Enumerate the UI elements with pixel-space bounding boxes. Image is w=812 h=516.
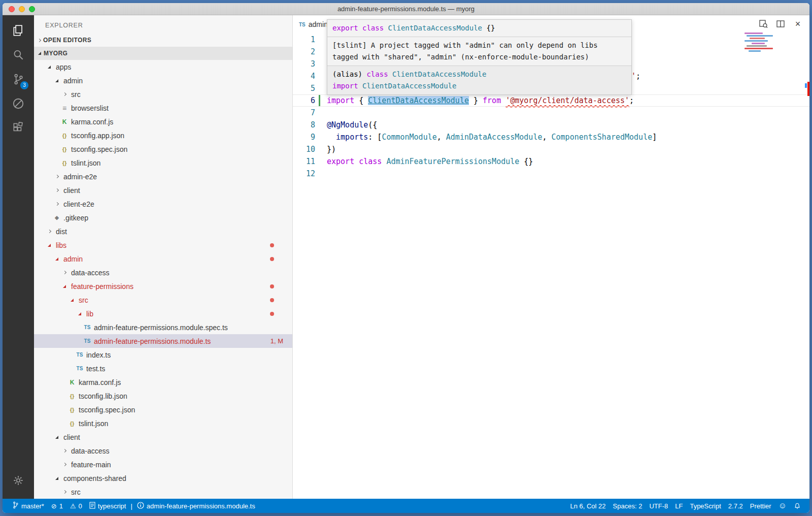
split-editor-icon[interactable] — [776, 19, 785, 28]
debug-icon[interactable] — [6, 92, 30, 115]
code-token: import — [332, 82, 362, 90]
tree-item-src[interactable]: src — [34, 485, 292, 499]
eol[interactable]: LF — [671, 499, 686, 513]
close-window-button[interactable] — [9, 6, 15, 12]
minimize-window-button[interactable] — [19, 6, 25, 12]
modified-dot — [270, 312, 274, 316]
ts-glyph: TS — [77, 366, 83, 371]
tree-item-client[interactable]: client — [34, 430, 292, 444]
code-token: , — [542, 133, 551, 142]
typescript-status[interactable]: typescript — [86, 499, 130, 513]
tree-item-apps[interactable]: apps — [34, 60, 292, 74]
close-editor-icon[interactable]: × — [793, 19, 802, 28]
tree-item-tsconfig-spec-json[interactable]: {}tsconfig.spec.json — [34, 142, 292, 156]
minimap-mark — [747, 45, 767, 47]
tree-item-browserslist[interactable]: ≡browserslist — [34, 101, 292, 115]
tree-item-feature-permissions[interactable]: feature-permissions — [34, 279, 292, 293]
tree-item-label: tsconfig.spec.json — [71, 145, 127, 153]
tree-item-karma-conf-js[interactable]: Kkarma.conf.js — [34, 375, 292, 389]
tree-item-admin[interactable]: admin — [34, 252, 292, 266]
active-file-status-label: admin-feature-permissions.module.ts — [147, 502, 255, 510]
twisty-icon — [55, 188, 58, 192]
workspace-root-label: MYORG — [44, 50, 67, 57]
minimap-mark — [745, 48, 773, 49]
json-file-icon: {} — [69, 407, 76, 413]
tree-item-client-e2e[interactable]: client-e2e — [34, 197, 292, 211]
tree-item-label: tsconfig.app.json — [71, 132, 124, 140]
tree-item-admin-e2e[interactable]: admin-e2e — [34, 170, 292, 183]
code-line[interactable]: 11export class AdminFeaturePermissionsMo… — [293, 155, 809, 168]
tree-item-lib[interactable]: lib — [34, 307, 292, 320]
tree-item-label: index.ts — [86, 351, 111, 359]
tree-item-client[interactable]: client — [34, 183, 292, 197]
tree-item-test-ts[interactable]: TStest.ts — [34, 362, 292, 375]
tree-item-karma-conf-js[interactable]: Kkarma.conf.js — [34, 115, 292, 128]
encoding-label: UTF-8 — [649, 502, 668, 510]
indentation[interactable]: Spaces: 2 — [610, 499, 646, 513]
error-count-label: 1 — [59, 502, 63, 510]
code-line[interactable]: 6import { ClientDataAccessModule } from … — [293, 94, 809, 107]
tree-item--gitkeep[interactable]: ◆.gitkeep — [34, 211, 292, 224]
tree-item-index-ts[interactable]: TSindex.ts — [34, 348, 292, 362]
language-mode[interactable]: TypeScript — [686, 499, 724, 513]
tree-item-libs[interactable]: libs — [34, 238, 292, 252]
tree-item-admin[interactable]: admin — [34, 74, 292, 87]
tree-item-src[interactable]: src — [34, 293, 292, 307]
tree-item-label: tsconfig.lib.json — [79, 392, 127, 400]
ts-version[interactable]: 2.7.2 — [725, 499, 747, 513]
separator: | — [129, 499, 133, 513]
tree-item-admin-feature-permissions-module-ts[interactable]: TSadmin-feature-permissions.module.ts1, … — [34, 334, 292, 348]
tree-item-tslint-json[interactable]: {}tslint.json — [34, 156, 292, 170]
code-line[interactable]: 7 — [293, 107, 809, 119]
search-icon[interactable] — [6, 44, 30, 66]
twisty-icon — [55, 477, 58, 480]
typescript-status-label: typescript — [98, 502, 126, 510]
tree-item-components-shared[interactable]: components-shared — [34, 471, 292, 485]
ts-file-icon: TS — [76, 352, 83, 358]
code-line[interactable]: 10}) — [293, 143, 809, 155]
code-token: ; — [636, 72, 640, 81]
code-line[interactable]: 9 imports: [CommonModule, AdminDataAcces… — [293, 131, 809, 143]
tree-item-src[interactable]: src — [34, 87, 292, 101]
hover-alias-line: import ClientDataAccessModule — [332, 80, 626, 92]
settings-gear-icon[interactable] — [6, 469, 30, 492]
code-token: ClientDataAccessModule — [392, 70, 486, 78]
tree-item-tsconfig-app-json[interactable]: {}tsconfig.app.json — [34, 128, 292, 142]
source-control-icon[interactable]: 3 — [6, 68, 30, 90]
code-token: (alias) — [332, 70, 366, 78]
encoding[interactable]: UTF-8 — [646, 499, 671, 513]
twisty-icon — [55, 79, 58, 82]
tree-item-tsconfig-lib-json[interactable]: {}tsconfig.lib.json — [34, 389, 292, 403]
twisty-icon — [55, 436, 58, 439]
cursor-position-label: Ln 6, Col 22 — [570, 502, 605, 510]
code-line[interactable]: 12 — [293, 168, 809, 180]
tree-item-data-access[interactable]: data-access — [34, 444, 292, 458]
workspace-root-section[interactable]: MYORG — [34, 47, 292, 60]
zoom-window-button[interactable] — [29, 6, 35, 12]
tree-item-feature-main[interactable]: feature-main — [34, 458, 292, 471]
active-file-status[interactable]: admin-feature-permissions.module.ts — [133, 499, 259, 513]
tree-item-tsconfig-spec-json[interactable]: {}tsconfig.spec.json — [34, 403, 292, 416]
modified-dot — [270, 257, 274, 261]
tree-item-tslint-json[interactable]: {}tslint.json — [34, 416, 292, 430]
problems-badge: 1, M — [270, 337, 283, 345]
tree-item-data-access[interactable]: data-access — [34, 266, 292, 279]
code-line[interactable]: 8@NgModule({ — [293, 119, 809, 131]
formatter[interactable]: Prettier — [747, 499, 775, 513]
warning-count[interactable]: ⚠0 — [66, 499, 86, 513]
minimap[interactable] — [745, 33, 778, 53]
explorer-icon[interactable] — [6, 19, 30, 42]
error-count[interactable]: ⊘1 — [48, 499, 66, 513]
notifications-bell-icon[interactable] — [790, 499, 804, 513]
feedback-smiley-icon[interactable]: ☺ — [775, 499, 790, 513]
tree-item-admin-feature-permissions-module-spec-ts[interactable]: TSadmin-feature-permissions.module.spec.… — [34, 320, 292, 334]
tree-item-dist[interactable]: dist — [34, 224, 292, 238]
chevron-right-icon — [46, 230, 53, 233]
karma-glyph: K — [70, 379, 75, 386]
extensions-icon[interactable] — [6, 117, 30, 139]
open-editors-section[interactable]: OPEN EDITORS — [34, 34, 292, 47]
cursor-position[interactable]: Ln 6, Col 22 — [566, 499, 609, 513]
git-branch[interactable]: master* — [9, 499, 48, 513]
open-preview-icon[interactable] — [759, 19, 768, 28]
explorer-sidebar: EXPLORER OPEN EDITORS MYORG appsadminsrc… — [34, 15, 293, 499]
